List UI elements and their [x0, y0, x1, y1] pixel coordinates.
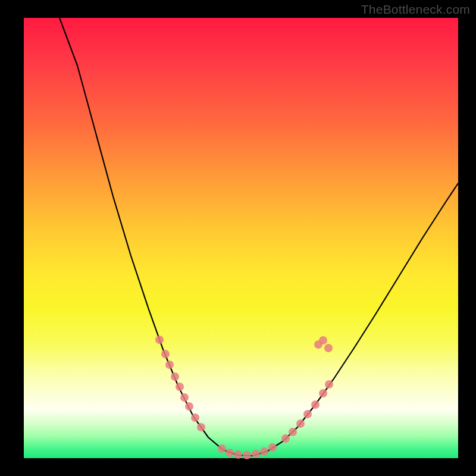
data-point: [234, 450, 242, 459]
data-point: [165, 361, 174, 369]
data-point: [176, 383, 184, 391]
watermark-text: TheBottleneck.com: [361, 2, 470, 17]
data-point: [252, 450, 260, 458]
data-point: [324, 344, 333, 352]
data-point: [319, 336, 327, 345]
scatter-valley-cluster: [218, 443, 277, 459]
data-point: [296, 419, 305, 428]
outer-frame: TheBottleneck.com: [0, 0, 476, 476]
data-point: [171, 372, 179, 381]
data-point: [243, 451, 251, 459]
data-point: [191, 414, 199, 422]
data-point: [161, 350, 170, 358]
data-point: [311, 400, 320, 409]
data-point: [185, 402, 193, 411]
plot-area: [24, 18, 458, 458]
data-point: [325, 380, 333, 389]
chart-svg: [24, 18, 458, 458]
data-point: [289, 428, 297, 436]
data-point: [197, 423, 205, 431]
data-point: [319, 389, 327, 397]
data-point: [260, 447, 268, 456]
data-point: [218, 444, 226, 453]
data-point: [268, 443, 277, 452]
data-point: [155, 336, 164, 344]
bottleneck-curve: [60, 18, 458, 456]
data-point: [303, 410, 312, 418]
data-point: [180, 393, 189, 402]
data-point: [226, 449, 234, 457]
data-point: [281, 434, 290, 443]
